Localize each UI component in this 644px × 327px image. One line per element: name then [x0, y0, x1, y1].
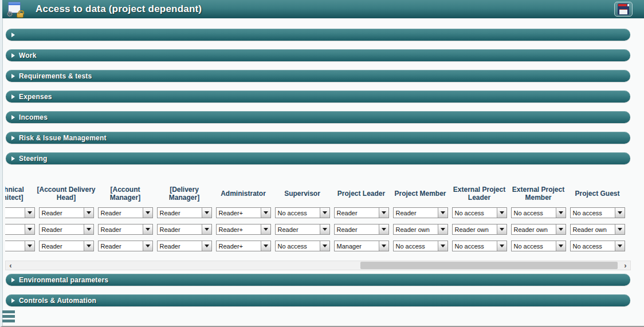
section-label: Work — [19, 52, 37, 60]
role-column-header: [Account Manager] — [96, 182, 155, 205]
access-level-select[interactable]: No access — [452, 207, 507, 218]
select-value: No access — [394, 241, 438, 251]
role-column-header: Project Leader — [332, 182, 391, 205]
access-level-select[interactable]: No access — [570, 241, 625, 251]
chevron-down-icon — [25, 208, 34, 218]
lock-icon — [17, 13, 23, 18]
chevron-right-icon — [11, 298, 15, 303]
select-value: Reader own — [394, 224, 438, 234]
access-level-select[interactable]: Reader own — [393, 224, 448, 235]
chevron-down-icon — [438, 224, 447, 234]
section-bar-steering[interactable]: Steering — [6, 152, 630, 164]
accordion-bottom-group: Environmental parameters Controls & Auto… — [6, 274, 630, 315]
access-level-select[interactable]: Reader — [98, 207, 153, 218]
grip-lines-icon — [2, 310, 15, 324]
access-level-select[interactable] — [5, 241, 35, 251]
role-column-administrator: Administrator Reader+ Reader+ Reader+ — [214, 173, 273, 257]
chevron-down-icon — [320, 208, 329, 218]
section-bar-unnamed[interactable] — [6, 29, 630, 41]
chevron-right-icon — [11, 53, 15, 58]
role-column-account-delivery-head: [Account Delivery Head] Reader Reader Re… — [37, 173, 96, 257]
section-label: Expenses — [19, 93, 52, 101]
select-value: Reader own — [512, 224, 556, 234]
horizontal-scrollbar[interactable]: ‹ › — [5, 261, 631, 270]
role-column-account-manager: [Account Manager] Reader Reader Reader — [96, 173, 155, 257]
role-column-project-member: Project Member Reader Reader own No acce… — [391, 173, 450, 257]
floppy-disk-save-icon — [618, 3, 629, 15]
chevron-down-icon — [261, 241, 270, 251]
access-level-select[interactable]: Reader — [157, 207, 212, 218]
access-level-select[interactable]: No access — [511, 207, 566, 218]
chevron-right-icon — [11, 94, 15, 99]
access-level-select[interactable]: Reader — [334, 207, 389, 218]
role-column-external-project-leader: External Project Leader No access Reader… — [450, 173, 509, 257]
scrollbar-thumb[interactable] — [360, 262, 618, 269]
access-level-select[interactable]: Reader+ — [216, 207, 271, 218]
chevron-right-icon — [11, 74, 15, 78]
access-level-select[interactable]: Reader own — [511, 224, 566, 235]
access-to-data-page: ⚙ Access to data (project dependant) Wor… — [0, 0, 644, 327]
access-level-select[interactable]: No access — [393, 241, 448, 251]
select-value: No access — [571, 208, 615, 218]
access-level-select[interactable]: No access — [570, 207, 625, 218]
access-level-select[interactable]: No access — [452, 241, 507, 251]
role-column-header: [Technical Architect] — [5, 182, 37, 205]
chevron-down-icon — [379, 224, 388, 234]
access-security-app-icon: ⚙ — [8, 2, 23, 17]
access-level-select[interactable] — [5, 224, 35, 235]
page-title: Access to data (project dependant) — [36, 3, 202, 15]
access-level-select[interactable]: No access — [275, 207, 330, 218]
chevron-down-icon — [25, 241, 34, 251]
role-column-header: [Account Delivery Head] — [37, 182, 96, 205]
access-level-select[interactable]: Reader — [393, 207, 448, 218]
access-level-select[interactable]: Reader own — [570, 224, 625, 235]
role-column-header: Administrator — [214, 182, 273, 205]
section-bar-environmental-parameters[interactable]: Environmental parameters — [6, 274, 630, 286]
section-bar-risk-issue-management[interactable]: Risk & Issue Management — [6, 132, 630, 144]
select-value: Reader — [394, 208, 438, 218]
select-value: Reader — [276, 224, 320, 234]
access-level-select[interactable]: Reader+ — [216, 224, 271, 235]
select-value — [5, 208, 25, 218]
access-level-select[interactable]: Reader — [39, 224, 94, 235]
scroll-right-button[interactable]: › — [621, 261, 630, 270]
access-level-select[interactable]: Reader — [39, 241, 94, 251]
access-level-select[interactable]: Reader — [275, 224, 330, 235]
section-label: Steering — [19, 155, 48, 163]
section-label: Incomes — [19, 113, 48, 121]
section-bar-controls-automation[interactable]: Controls & Automation — [6, 294, 630, 306]
scrollbar-track[interactable] — [15, 261, 621, 270]
role-column-header: [Delivery Manager] — [155, 182, 214, 205]
access-level-select[interactable]: Manager — [334, 241, 389, 251]
chevron-down-icon — [379, 241, 388, 251]
section-bar-work[interactable]: Work — [6, 49, 630, 61]
scroll-left-button[interactable]: ‹ — [6, 261, 15, 270]
access-level-select[interactable] — [5, 207, 35, 218]
access-level-select[interactable]: Reader — [39, 207, 94, 218]
access-level-select[interactable]: Reader+ — [216, 241, 271, 251]
chevron-right-icon — [11, 33, 15, 37]
access-level-select[interactable]: Reader — [157, 224, 212, 235]
select-value: Reader — [99, 241, 143, 251]
section-bar-incomes[interactable]: Incomes — [6, 111, 630, 123]
chevron-down-icon — [84, 208, 93, 218]
section-bar-requirements-tests[interactable]: Requirements & tests — [6, 70, 630, 82]
access-level-select[interactable]: No access — [511, 241, 566, 251]
access-level-select[interactable]: Reader — [334, 224, 389, 235]
access-level-select[interactable]: No access — [275, 241, 330, 251]
chevron-down-icon — [261, 224, 270, 234]
section-bar-expenses[interactable]: Expenses — [6, 90, 630, 103]
role-column-external-project-member: External Project Member No access Reader… — [509, 173, 568, 257]
select-value: Reader — [40, 241, 84, 251]
chevron-down-icon — [25, 224, 34, 234]
access-level-select[interactable]: Reader own — [452, 224, 507, 235]
select-value: Reader — [99, 224, 143, 234]
select-value: Reader — [99, 208, 143, 218]
chevron-down-icon — [615, 224, 625, 234]
select-value: No access — [512, 208, 556, 218]
chevron-down-icon — [556, 241, 566, 251]
save-button[interactable] — [614, 2, 633, 17]
access-level-select[interactable]: Reader — [157, 241, 212, 251]
access-level-select[interactable]: Reader — [98, 241, 153, 251]
access-level-select[interactable]: Reader — [98, 224, 153, 235]
